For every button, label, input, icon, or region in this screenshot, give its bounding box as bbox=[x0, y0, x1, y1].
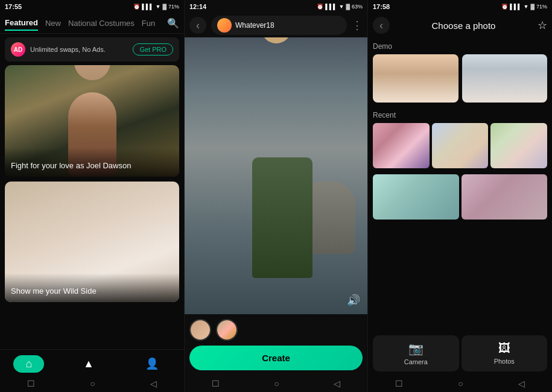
sys-square-3[interactable]: ☐ bbox=[395, 379, 403, 388]
demo-face-img-2 bbox=[462, 54, 548, 103]
battery-pct-3: 71% bbox=[536, 4, 547, 10]
battery-pct-1: 71% bbox=[168, 4, 179, 10]
card-overlay-1: Fight for your love as Joel Dawson bbox=[5, 148, 179, 177]
photos-icon: 🖼 bbox=[498, 341, 510, 355]
time-1: 17:55 bbox=[5, 3, 22, 10]
system-nav-3: ☐ ○ ◁ bbox=[368, 375, 552, 392]
recent-photo-1[interactable] bbox=[373, 123, 430, 168]
create-button[interactable]: Create bbox=[189, 346, 363, 370]
time-3: 17:58 bbox=[373, 3, 390, 10]
sys-back-3[interactable]: ◁ bbox=[518, 379, 525, 388]
promo-bar: AD Unlimited swaps, No Ads. Get PRO bbox=[5, 37, 179, 62]
camera-icon: 📷 bbox=[408, 341, 424, 356]
status-bar-1: 17:55 ⏰ ▌▌▌ ▼ ▓ 71% bbox=[0, 0, 184, 13]
sys-circle-2[interactable]: ○ bbox=[274, 379, 279, 388]
back-button-3[interactable]: ‹ bbox=[373, 17, 390, 34]
system-nav-1: ☐ ○ ◁ bbox=[0, 375, 184, 392]
battery-icon: ▓ bbox=[162, 4, 167, 10]
nav-upload[interactable]: ▲ bbox=[71, 355, 106, 373]
card-overlay-2: Show me your Wild Side bbox=[5, 273, 179, 302]
get-pro-button[interactable]: Get PRO bbox=[133, 43, 173, 55]
video-bottom: Create bbox=[185, 314, 367, 375]
demo-photo-2[interactable] bbox=[462, 54, 548, 103]
bottom-nav: ⌂ ▲ 👤 bbox=[0, 349, 184, 375]
nav-home[interactable]: ⌂ bbox=[13, 355, 44, 373]
status-bar-2: 12:14 ⏰ ▌▌▌ ▼ ▓ 63% bbox=[185, 0, 367, 13]
alarm-icon-2: ⏰ bbox=[317, 4, 323, 10]
signal-icon-3: ▌▌▌ bbox=[510, 4, 521, 10]
tab-featured[interactable]: Featured bbox=[5, 16, 38, 31]
sys-square-2[interactable]: ☐ bbox=[212, 379, 220, 388]
wifi-icon: ▼ bbox=[156, 4, 161, 10]
card-wildside[interactable]: Show me your Wild Side bbox=[5, 182, 179, 302]
user-name: Whatever18 bbox=[235, 21, 274, 30]
photos-label: Photos bbox=[494, 358, 515, 365]
sys-circle-1[interactable]: ○ bbox=[90, 379, 95, 388]
card-label-1: Fight for your love as Joel Dawson bbox=[11, 161, 131, 170]
status-bar-3: 17:58 ⏰ ▌▌▌ ▼ ▓ 71% bbox=[368, 0, 552, 13]
back-button-2[interactable]: ‹ bbox=[189, 17, 206, 34]
status-icons-1: ⏰ ▌▌▌ ▼ ▓ 71% bbox=[133, 4, 179, 10]
video-area[interactable]: 🔊 bbox=[185, 37, 367, 314]
face-chip-1[interactable] bbox=[189, 319, 211, 341]
favorite-icon[interactable]: ☆ bbox=[538, 19, 547, 32]
alarm-icon: ⏰ bbox=[133, 4, 140, 10]
recent-photo-3[interactable] bbox=[490, 123, 547, 168]
recent-photo-4[interactable] bbox=[373, 174, 459, 220]
panel3-header: ‹ Choose a photo ☆ bbox=[368, 13, 552, 37]
recent-photo-2[interactable] bbox=[432, 123, 489, 168]
panel2-header: ‹ Whatever18 ⋮ bbox=[185, 13, 367, 37]
battery-icon-3: ▓ bbox=[530, 4, 535, 10]
promo-text: Unlimited swaps, No Ads. bbox=[30, 46, 128, 53]
panel-featured: 17:55 ⏰ ▌▌▌ ▼ ▓ 71% Featured New Nationa… bbox=[0, 0, 184, 392]
nav-tabs: Featured New National Costumes Fun 🔍 bbox=[0, 13, 184, 34]
panel3-bottom: 📷 Camera 🖼 Photos bbox=[368, 332, 552, 375]
time-2: 12:14 bbox=[189, 3, 206, 10]
face-chip-img-2 bbox=[217, 320, 236, 340]
camera-label: Camera bbox=[404, 358, 428, 365]
tab-fun[interactable]: Fun bbox=[142, 16, 155, 30]
sys-square-1[interactable]: ☐ bbox=[27, 379, 35, 388]
demo-face-img-1 bbox=[373, 54, 458, 103]
battery-icon-2: ▓ bbox=[346, 4, 350, 10]
face-chip-2[interactable] bbox=[216, 319, 238, 341]
cards-area: Fight for your love as Joel Dawson Show … bbox=[0, 65, 184, 349]
wifi-icon-2: ▼ bbox=[339, 4, 344, 10]
upload-icon: ▲ bbox=[83, 358, 94, 370]
panel-choose-photo: 17:58 ⏰ ▌▌▌ ▼ ▓ 71% ‹ Choose a photo ☆ D… bbox=[368, 0, 552, 392]
demo-row bbox=[373, 54, 547, 103]
more-options-icon[interactable]: ⋮ bbox=[352, 19, 363, 32]
recent-section-label: Recent bbox=[373, 111, 547, 119]
tab-new[interactable]: New bbox=[45, 16, 61, 30]
horse-shape bbox=[307, 182, 355, 254]
user-pill[interactable]: Whatever18 bbox=[211, 16, 347, 35]
camera-button[interactable]: 📷 Camera bbox=[373, 335, 459, 371]
home-icon: ⌂ bbox=[25, 358, 32, 370]
profile-icon: 👤 bbox=[145, 357, 159, 370]
demo-photo-1[interactable] bbox=[373, 54, 458, 103]
status-icons-3: ⏰ ▌▌▌ ▼ ▓ 71% bbox=[501, 4, 547, 10]
panel-video: 12:14 ⏰ ▌▌▌ ▼ ▓ 63% ‹ Whatever18 ⋮ 🔊 bbox=[184, 0, 368, 392]
video-figure-body bbox=[252, 157, 312, 278]
battery-pct-2: 63% bbox=[352, 4, 363, 10]
photos-button[interactable]: 🖼 Photos bbox=[462, 335, 548, 371]
sys-back-2[interactable]: ◁ bbox=[334, 379, 340, 388]
nav-profile[interactable]: 👤 bbox=[133, 355, 171, 373]
card-joel[interactable]: Fight for your love as Joel Dawson bbox=[5, 65, 179, 177]
system-nav-2: ☐ ○ ◁ bbox=[185, 375, 367, 392]
sound-icon[interactable]: 🔊 bbox=[347, 294, 360, 307]
wifi-icon-3: ▼ bbox=[524, 4, 529, 10]
sys-circle-3[interactable]: ○ bbox=[458, 379, 463, 388]
signal-icon: ▌▌▌ bbox=[142, 4, 153, 10]
user-avatar bbox=[217, 18, 232, 33]
panel3-title: Choose a photo bbox=[395, 21, 533, 31]
tab-national-costumes[interactable]: National Costumes bbox=[68, 16, 135, 30]
card-label-2: Show me your Wild Side bbox=[11, 286, 97, 296]
search-icon[interactable]: 🔍 bbox=[167, 17, 179, 29]
recent-photo-5[interactable] bbox=[462, 174, 548, 220]
video-scene bbox=[185, 37, 367, 314]
sys-back-1[interactable]: ◁ bbox=[150, 379, 157, 388]
alarm-icon-3: ⏰ bbox=[501, 4, 508, 10]
face-chip-img-1 bbox=[191, 320, 210, 340]
face-strip bbox=[189, 319, 363, 341]
